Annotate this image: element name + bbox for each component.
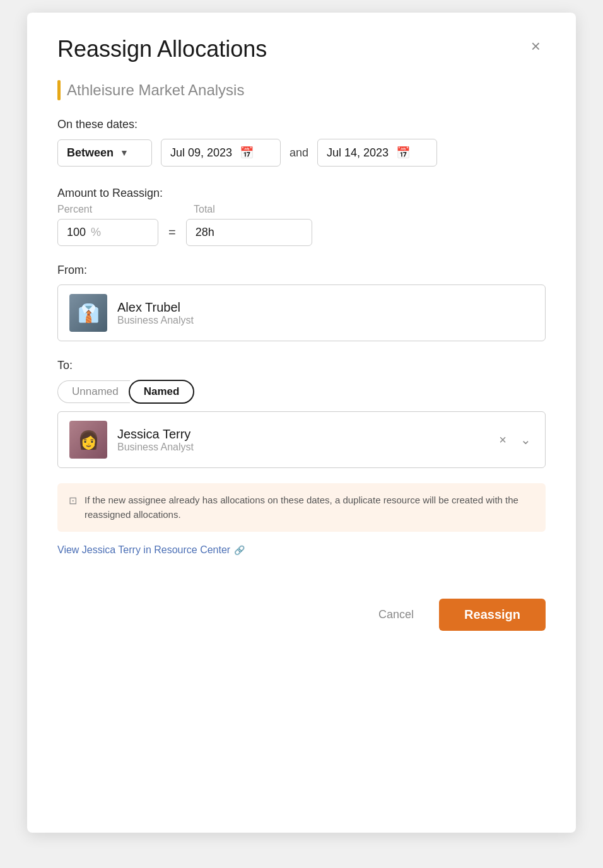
remove-person-button[interactable]: × xyxy=(496,431,509,449)
total-value: 28h xyxy=(196,226,214,238)
project-section: Athleisure Market Analysis xyxy=(57,80,546,100)
amount-section: Amount to Reassign: Percent Total 100 % … xyxy=(57,187,546,246)
amount-inputs-row: 100 % = 28h xyxy=(57,219,546,246)
named-toggle-button[interactable]: Named xyxy=(129,380,195,404)
total-input[interactable]: 28h xyxy=(186,219,312,246)
date-filter-select[interactable]: Between ▼ xyxy=(57,139,152,167)
amount-title: Amount to Reassign: xyxy=(57,187,546,200)
dialog-title: Reassign Allocations xyxy=(57,35,267,62)
from-person-name: Alex Trubel xyxy=(117,300,194,315)
to-person-card: Jessica Terry Business Analyst × ⌄ xyxy=(57,411,546,468)
equals-sign: = xyxy=(168,225,176,240)
from-person-role: Business Analyst xyxy=(117,315,194,326)
from-section: From: Alex Trubel Business Analyst xyxy=(57,264,546,341)
view-link-text: View Jessica Terry in Resource Center xyxy=(57,544,230,556)
percent-label: Percent xyxy=(57,204,171,215)
to-label: To: xyxy=(57,359,546,372)
reassign-button[interactable]: Reassign xyxy=(439,599,546,631)
and-text: and xyxy=(290,146,308,160)
to-person-name: Jessica Terry xyxy=(117,427,194,442)
close-button[interactable]: × xyxy=(526,35,546,57)
from-label: From: xyxy=(57,264,546,277)
dialog-header: Reassign Allocations × xyxy=(57,35,546,62)
date-to-input[interactable]: Jul 14, 2023 📅 xyxy=(317,139,437,167)
to-avatar xyxy=(69,421,107,459)
reassign-allocations-dialog: Reassign Allocations × Athleisure Market… xyxy=(27,13,576,833)
unnamed-toggle-button[interactable]: Unnamed xyxy=(57,380,130,403)
dates-label: On these dates: xyxy=(57,118,546,131)
dialog-footer: Cancel Reassign xyxy=(57,599,546,631)
to-person-role: Business Analyst xyxy=(117,442,194,453)
percent-input[interactable]: 100 % xyxy=(57,219,158,246)
project-name: Athleisure Market Analysis xyxy=(67,81,244,99)
to-person-info: Jessica Terry Business Analyst xyxy=(117,427,194,453)
cancel-button[interactable]: Cancel xyxy=(366,601,426,629)
info-box: ⊡ If the new assignee already has alloca… xyxy=(57,483,546,532)
calendar-icon: 📅 xyxy=(240,146,254,160)
view-resource-link[interactable]: View Jessica Terry in Resource Center 🔗 xyxy=(57,544,245,556)
chevron-down-icon: ▼ xyxy=(120,148,129,158)
date-from-value: Jul 09, 2023 xyxy=(170,146,232,160)
project-color-bar xyxy=(57,80,61,100)
info-box-text: If the new assignee already has allocati… xyxy=(85,493,534,522)
percent-value: 100 xyxy=(67,226,86,239)
expand-person-button[interactable]: ⌄ xyxy=(518,431,534,449)
to-card-actions: × ⌄ xyxy=(496,431,534,449)
between-label: Between xyxy=(67,146,114,160)
from-avatar xyxy=(69,294,107,332)
from-person-card: Alex Trubel Business Analyst xyxy=(57,284,546,341)
external-link-icon: 🔗 xyxy=(234,545,245,555)
dates-row: Between ▼ Jul 09, 2023 📅 and Jul 14, 202… xyxy=(57,139,546,167)
info-icon: ⊡ xyxy=(69,495,77,507)
amount-labels: Percent Total xyxy=(57,204,546,215)
named-unnamed-toggle: Unnamed Named xyxy=(57,380,546,404)
date-to-value: Jul 14, 2023 xyxy=(327,146,389,160)
to-section: To: Unnamed Named Jessica Terry Business… xyxy=(57,359,546,468)
calendar-icon-2: 📅 xyxy=(396,146,410,160)
from-person-info: Alex Trubel Business Analyst xyxy=(117,300,194,326)
date-from-input[interactable]: Jul 09, 2023 📅 xyxy=(161,139,281,167)
dates-section: On these dates: Between ▼ Jul 09, 2023 📅… xyxy=(57,118,546,167)
total-label: Total xyxy=(194,204,215,215)
percent-symbol: % xyxy=(91,226,101,239)
